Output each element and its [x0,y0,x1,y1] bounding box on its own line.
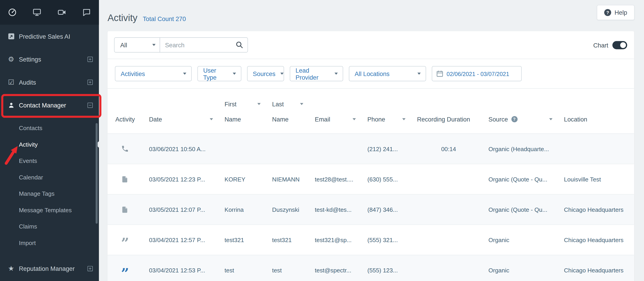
sidebar-subitem-label: Message Templates [19,207,72,213]
filter-label: Lead Provider [296,67,330,81]
phone-cell: (630) 555... [367,176,417,182]
expand-plus-icon[interactable] [87,56,93,62]
last-name-cell: test321 [272,237,315,243]
chart-launch-icon [6,32,16,40]
help-button[interactable]: Help [597,5,635,20]
phone-cell: (555) 123... [367,267,417,274]
sort-chevron-icon[interactable] [257,103,261,105]
expand-plus-icon[interactable] [87,80,93,85]
help-label: Help [614,9,627,16]
column-header-location: Location [564,112,634,127]
filter-lead-provider[interactable]: Lead Provider [290,66,343,81]
date-cell: 03/05/2021 12:23 P... [149,176,224,182]
recording-duration-cell: 00:14 [417,146,488,152]
chart-label: Chart [593,42,608,49]
video-camera-icon[interactable] [50,0,74,25]
search-box [160,37,248,52]
column-header-last-name[interactable]: Last Name [272,96,315,127]
sidebar-topbar [0,0,99,25]
table-row[interactable]: 03/05/2021 12:23 P... KOREY NIEMANN test… [108,164,634,194]
sidebar-item-audits[interactable]: ☑ Audits [0,70,99,94]
phone-cell: (847) 346... [367,206,417,213]
chevron-down-icon [334,73,338,75]
star-icon: ★ [6,264,16,273]
column-header-email[interactable]: Email [315,112,367,127]
location-cell: Chicago Headquarters [564,237,634,243]
scope-select[interactable]: All [114,37,160,52]
filter-user-type[interactable]: User Type [197,66,241,81]
chart-control: Chart [593,31,627,59]
activity-card: All Chart Activities User Type [108,31,634,281]
column-header-recording-duration: Recording Duration [417,112,488,127]
sidebar-subitem-label: Events [19,158,37,164]
column-label: Location [564,116,587,123]
first-name-cell: KOREY [224,176,272,182]
filter-label: All Locations [354,70,390,77]
document-icon [121,175,128,183]
activity-type-cell: ” [116,237,149,243]
sidebar-subitem-label: Activity [19,141,38,148]
sidebar-item-activity[interactable]: Activity [0,136,99,153]
source-cell: Organic (Headquarte... [488,146,564,152]
expand-plus-icon[interactable] [87,266,93,271]
column-header-first-name[interactable]: First Name [224,96,272,127]
filters-row: Activities User Type Sources Lead Provid… [108,59,634,89]
gauge-icon[interactable] [0,0,25,25]
collapse-minus-icon[interactable] [87,102,93,108]
date-cell: 03/04/2021 12:53 P... [149,267,224,274]
sidebar: Predictive Sales AI ⚙ Settings ☑ Audits … [0,0,99,281]
sidebar-item-import[interactable]: Import [0,235,99,251]
search-icon[interactable] [236,41,243,50]
chat-icon[interactable] [74,0,99,25]
filter-label: User Type [203,67,228,81]
sidebar-scrollbar[interactable] [96,123,98,224]
sidebar-item-contacts[interactable]: Contacts [0,120,99,136]
email-cell: test-kd@tes... [315,206,367,213]
sidebar-item-manage-tags[interactable]: Manage Tags [0,186,99,202]
table-row[interactable]: 03/06/2021 10:50 A... (212) 241... 00:14… [108,134,634,164]
sort-chevron-icon[interactable] [402,118,406,120]
last-name-cell: Duszynski [272,206,315,213]
sidebar-item-claims[interactable]: Claims [0,218,99,235]
sidebar-item-events[interactable]: Events [0,153,99,169]
toggle-knob [620,42,626,48]
table-body: 03/06/2021 10:50 A... (212) 241... 00:14… [108,134,634,281]
chart-toggle[interactable] [612,41,627,49]
table-row[interactable]: 03/05/2021 12:07 P... Korrina Duszynski … [108,194,634,224]
sidebar-item-calendar[interactable]: Calendar [0,169,99,186]
search-row: All Chart [108,31,634,59]
sidebar-item-reputation-manager[interactable]: ★ Reputation Manager [0,259,99,278]
table-row[interactable]: ” 03/04/2021 12:53 P... test test test@s… [108,255,634,281]
sort-chevron-icon[interactable] [352,118,356,120]
sidebar-item-message-templates[interactable]: Message Templates [0,202,99,218]
filter-sources[interactable]: Sources [247,66,284,81]
sidebar-item-label: Settings [19,56,41,63]
phone-call-icon [121,145,129,152]
column-header-date[interactable]: Date [149,112,224,127]
sort-chevron-icon[interactable] [549,118,552,120]
filter-activities[interactable]: Activities [115,66,192,81]
monitor-icon[interactable] [25,0,49,25]
table-header: Activity Date First Name Last Name Email… [108,89,634,134]
filter-all-locations[interactable]: All Locations [349,66,426,81]
sort-chevron-icon[interactable] [210,118,213,120]
sidebar-item-settings[interactable]: ⚙ Settings [0,48,99,70]
date-range-picker[interactable]: 02/06/2021 - 03/07/2021 [432,66,522,81]
source-help-icon[interactable] [511,116,517,122]
table-row[interactable]: ” 03/04/2021 12:57 P... test321 test321 … [108,224,634,255]
column-label: Recording Duration [417,116,470,123]
search-input[interactable] [160,37,248,52]
date-range-value: 02/06/2021 - 03/07/2021 [447,70,509,77]
sort-chevron-icon[interactable] [300,103,304,105]
column-header-source[interactable]: Source [488,112,564,127]
column-header-activity: Activity [116,112,149,127]
contact-manager-submenu: Contacts Activity Events Calendar Manage… [0,120,99,251]
column-header-phone[interactable]: Phone [367,112,417,127]
column-label: Date [149,116,162,123]
sidebar-item-contact-manager[interactable]: Contact Manager [0,94,99,117]
location-cell: Chicago Headquarters [564,206,634,213]
chevron-down-icon [183,73,186,75]
activity-type-cell [116,145,149,152]
sidebar-item-predictive-sales-ai[interactable]: Predictive Sales AI [0,25,99,48]
total-count: Total Count 270 [143,15,186,22]
